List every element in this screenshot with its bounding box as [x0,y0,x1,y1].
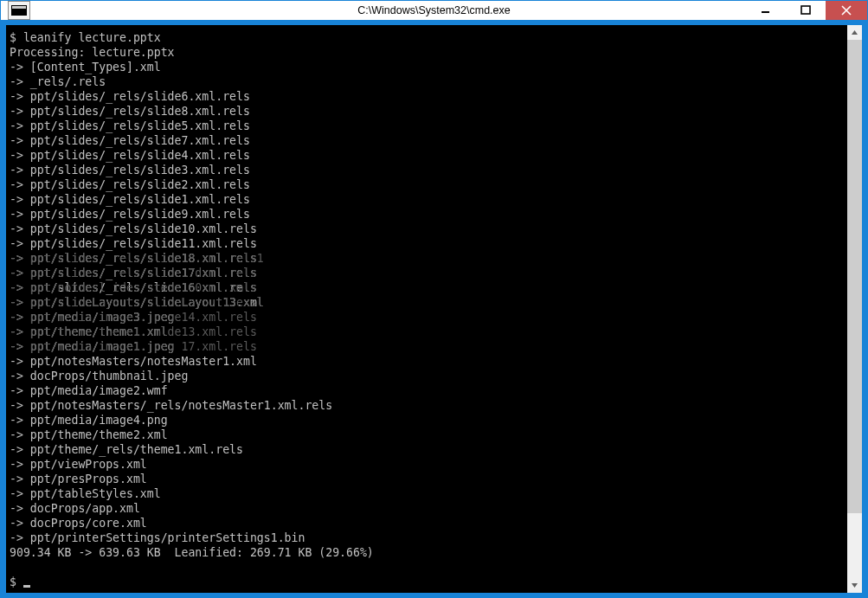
output-line: -> ppt/media/image4.png [10,414,168,427]
output-line: -> ppt/slides/_rels/slide16.xml.rels [10,281,257,294]
output-line: -> ppt/slides/_rels/slide10.xml.rels [10,222,257,235]
cmd-invocation: $ leanify lecture.pptx [10,31,161,44]
output-line: -> ppt/slides/_rels/slide3.xml.rels [10,164,250,177]
summary-line: 909.34 KB -> 639.63 KB Leanified: 269.71… [10,546,374,559]
output-line: -> ppt/media/image3.jpeg [10,311,175,324]
scroll-thumb[interactable] [847,40,862,513]
output-line: -> ppt/slides/_rels/slide11.xml.rels [10,237,257,250]
output-line: -> ppt/slides/_rels/slide9.xml.rels [10,208,250,221]
output-line: -> ppt/slideLayouts/slideLayout13.xml [10,296,264,309]
titlebar[interactable]: C:\Windows\System32\cmd.exe [1,1,867,20]
terminal-wrap: $ leanify lecture.pptx Processing: lectu… [6,25,862,593]
scroll-track[interactable] [847,40,862,578]
output-line: -> [Content_Types].xml [10,61,161,74]
output-line: -> _rels/.rels [10,75,106,88]
output-line-overlapped: -> ppt/theme/theme1.xmlde13.xml.rels-> p… [10,325,168,339]
minimize-button[interactable] [746,1,786,20]
output-line-overlapped: -> ppt/slideLayouts/slideLayout13exsl-> … [10,295,264,310]
output-line: -> ppt/printerSettings/printerSettings1.… [10,531,305,544]
output-line-overlapped: -> ppt/media/image1.jpeg 17.xml.rels-> p… [10,339,175,354]
output-line: -> ppt/slides/_rels/slide18.xml.rels [10,252,257,265]
svg-rect-1 [801,6,810,14]
output-line: -> ppt/slides/_rels/slide1.xml.rels [10,193,250,206]
close-button[interactable] [826,1,867,20]
scroll-down-button[interactable] [847,578,862,593]
output-line-overlapped: -> ppt/media/image3.jpege14.xml.rels-> p… [10,310,175,325]
scroll-up-button[interactable] [847,25,862,40]
output-line: -> ppt/slides/_rels/slide17.xml.rels [10,267,257,280]
output-line: -> docProps/app.xml [10,502,140,515]
cursor [23,585,30,588]
maximize-button[interactable] [786,1,826,20]
output-line-overlapped: -> ppt/slides/_rels/slide18.xml.rels1-> … [10,251,257,266]
output-line: -> ppt/notesMasters/notesMaster1.xml [10,355,257,368]
vertical-scrollbar[interactable] [847,25,862,593]
output-line: -> ppt/slides/_rels/slide5.xml.rels [10,119,250,132]
terminal-output[interactable]: $ leanify lecture.pptx Processing: lectu… [6,25,847,593]
output-line: -> ppt/theme/_rels/theme1.xml.rels [10,443,243,456]
output-line: -> ppt/slides/_rels/slide4.xml.rels [10,149,250,162]
svg-rect-0 [762,11,769,13]
cmd-system-icon[interactable] [8,1,30,20]
window-controls [746,1,867,20]
output-line: -> ppt/slides/_rels/slide7.xml.rels [10,134,250,147]
output-line: -> ppt/media/image1.jpeg [10,340,175,353]
output-line: -> ppt/slides/_rels/slide2.xml.rels [10,178,250,191]
output-line: -> ppt/notesMasters/_rels/notesMaster1.x… [10,399,332,412]
output-line: -> ppt/theme/theme1.xml [10,325,168,338]
output-line-overlapped: -> ppt/slides/ rels/slide17dxml.rels-> p… [10,266,257,280]
output-line: -> ppt/viewProps.xml [10,458,147,471]
output-line: -> ppt/slides/_rels/slide6.xml.rels [10,90,250,103]
output-line: -> docProps/core.xml [10,517,147,530]
processing-line: Processing: lecture.pptx [10,46,175,59]
output-line: -> ppt/slides/_rels/slide8.xml.rels [10,105,250,118]
prompt: $ [10,575,23,588]
client-area-border: $ leanify lecture.pptx Processing: lectu… [1,20,867,598]
output-line: -> ppt/tableStyles.xml [10,487,161,500]
output-line: -> ppt/media/image2.wmf [10,384,168,397]
window-frame: C:\Windows\System32\cmd.exe $ leanify le… [0,0,868,598]
output-line: -> docProps/thumbnail.jpeg [10,370,188,383]
window-title: C:\Windows\System32\cmd.exe [1,4,867,16]
output-line: -> ppt/presProps.xml [10,473,147,485]
output-line: -> ppt/theme/theme2.xml [10,428,168,441]
output-line-overlapped: -> ppt/notdesl ides/stede160xml.xmls-> p… [10,280,257,295]
